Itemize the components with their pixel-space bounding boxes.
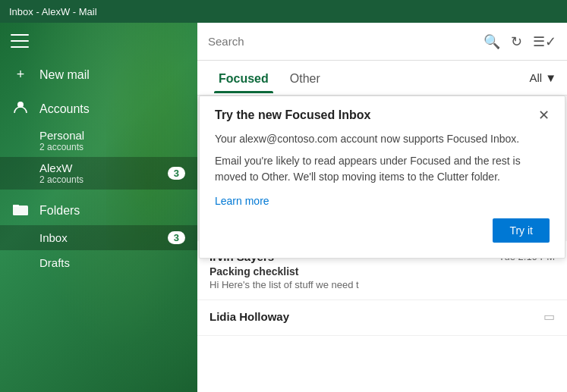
tab-focused[interactable]: Focused xyxy=(208,63,279,93)
inbox-label: Inbox xyxy=(39,231,68,244)
alexw-account-meta: 2 accounts xyxy=(39,174,83,185)
sidebar-content: + New mail Accounts Personal xyxy=(0,23,197,275)
alexw-account-info: AlexW 2 accounts xyxy=(39,162,83,185)
personal-account-meta: 2 accounts xyxy=(39,142,185,152)
search-icon[interactable]: 🔍 xyxy=(484,33,500,50)
email-sender: Lidia Holloway xyxy=(209,310,289,323)
drafts-label: Drafts xyxy=(39,256,70,269)
popup-header: Try the new Focused Inbox ✕ xyxy=(215,108,550,122)
hamburger-icon[interactable] xyxy=(11,34,29,48)
alexw-account-item[interactable]: AlexW 2 accounts 3 xyxy=(0,157,197,190)
all-filter-label: All xyxy=(529,71,542,84)
learn-more-link[interactable]: Learn more xyxy=(215,195,269,207)
alexw-account-row: AlexW 2 accounts 3 xyxy=(39,162,185,185)
email-preview: Hi Here's the list of stuff we need t xyxy=(209,279,555,290)
alexw-account-name: AlexW xyxy=(39,162,83,174)
popup-body-line2: Email you're likely to read appears unde… xyxy=(215,153,550,185)
try-it-button[interactable]: Try it xyxy=(493,218,550,243)
tabs-bar: Focused Other All ▼ xyxy=(197,61,567,96)
email-list: Irvin Sayers Tue 2:19 PM Packing checkli… xyxy=(197,241,567,392)
accounts-label: Accounts xyxy=(39,102,90,116)
calendar-icon: ▭ xyxy=(543,309,555,324)
inbox-folder-item[interactable]: Inbox 3 xyxy=(0,225,197,250)
folders-header[interactable]: Folders xyxy=(0,196,197,225)
drafts-folder-item[interactable]: Drafts xyxy=(0,250,197,275)
svg-rect-2 xyxy=(13,205,19,207)
accounts-icon xyxy=(12,99,29,118)
popup-body: Your alexw@contoso.com account now suppo… xyxy=(215,131,550,185)
title-bar: Inbox - AlexW - Mail xyxy=(0,0,567,23)
new-mail-item[interactable]: + New mail xyxy=(0,59,197,90)
sidebar-header[interactable] xyxy=(0,23,197,59)
right-panel: 🔍 ↻ ☰✓ Focused Other All ▼ Try the new F… xyxy=(197,23,567,392)
all-filter[interactable]: All ▼ xyxy=(529,71,556,84)
tab-other[interactable]: Other xyxy=(279,63,331,93)
personal-account-name: Personal xyxy=(39,129,185,142)
search-bar: 🔍 ↻ ☰✓ xyxy=(197,23,567,61)
main-layout: + New mail Accounts Personal xyxy=(0,23,567,392)
notification-popup: Try the new Focused Inbox ✕ Your alexw@c… xyxy=(199,96,565,259)
sync-icon[interactable]: ↻ xyxy=(511,33,522,50)
sidebar: + New mail Accounts Personal xyxy=(0,23,197,392)
folders-section: Folders Inbox 3 Drafts xyxy=(0,196,197,275)
accounts-header[interactable]: Accounts xyxy=(0,93,197,124)
popup-body-line1: Your alexw@contoso.com account now suppo… xyxy=(215,131,550,147)
email-header-row: Lidia Holloway ▭ xyxy=(209,309,555,324)
title-bar-text: Inbox - AlexW - Mail xyxy=(9,6,97,17)
email-item[interactable]: Lidia Holloway ▭ xyxy=(197,300,567,336)
popup-footer: Try it xyxy=(215,218,550,243)
popup-close-button[interactable]: ✕ xyxy=(538,108,550,122)
new-mail-icon: + xyxy=(12,67,29,83)
accounts-section: Accounts Personal 2 accounts AlexW 2 acc… xyxy=(0,90,197,193)
popup-title: Try the new Focused Inbox xyxy=(215,108,370,122)
alexw-badge: 3 xyxy=(168,167,185,180)
new-mail-label: New mail xyxy=(39,68,90,82)
search-actions: 🔍 ↻ ☰✓ xyxy=(484,33,556,50)
search-input[interactable] xyxy=(208,35,484,48)
personal-accounts-item[interactable]: Personal 2 accounts xyxy=(0,124,197,157)
email-subject: Packing checklist xyxy=(209,265,555,278)
folders-label: Folders xyxy=(39,204,80,218)
folders-icon xyxy=(12,202,29,219)
inbox-badge: 3 xyxy=(168,231,185,244)
chevron-down-icon: ▼ xyxy=(545,71,556,84)
filter-icon[interactable]: ☰✓ xyxy=(533,33,556,50)
